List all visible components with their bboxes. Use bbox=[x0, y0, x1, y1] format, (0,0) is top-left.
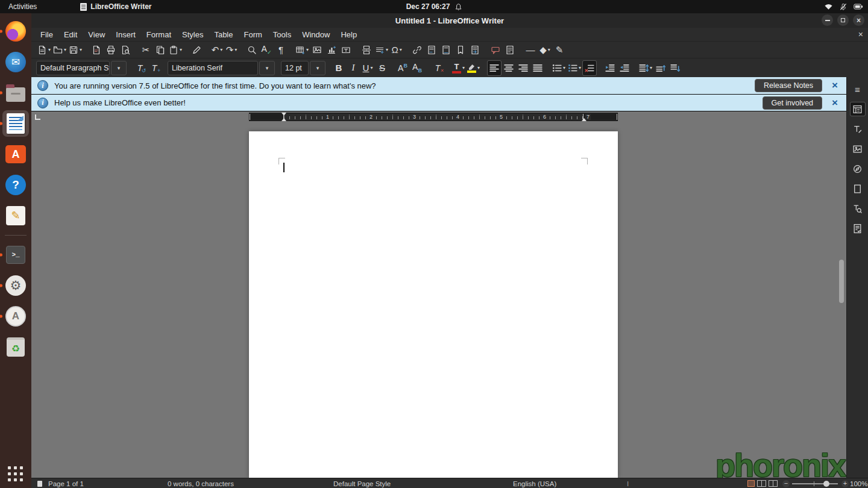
focused-app-menu[interactable]: LibreOffice Writer bbox=[80, 2, 151, 11]
open-button[interactable]: ▾ bbox=[52, 43, 68, 57]
dropdown-icon[interactable]: ▾ bbox=[370, 65, 373, 70]
paste-button[interactable]: ▾ bbox=[168, 43, 183, 57]
document-page[interactable] bbox=[249, 131, 618, 478]
new-style-button[interactable]: T+ bbox=[147, 60, 162, 76]
clone-formatting-button[interactable] bbox=[189, 43, 204, 57]
dock-item-text-editor[interactable]: ✎ bbox=[2, 202, 29, 229]
right-indent-marker[interactable] bbox=[582, 118, 587, 121]
dock-item-libreoffice-writer[interactable] bbox=[2, 110, 29, 137]
menu-form[interactable]: Form bbox=[238, 30, 267, 39]
paragraph-style-dropdown[interactable]: ▾ bbox=[111, 61, 127, 75]
book-view-button[interactable] bbox=[769, 480, 778, 487]
left-indent-marker[interactable] bbox=[281, 118, 286, 121]
dropdown-icon[interactable]: ▾ bbox=[400, 47, 402, 52]
basic-shapes-button[interactable]: ◆▾ bbox=[538, 43, 552, 57]
no-list-button[interactable] bbox=[582, 60, 597, 76]
close-infobar-icon[interactable]: × bbox=[828, 97, 841, 109]
dock-item-trash[interactable]: ♻ bbox=[2, 334, 29, 360]
dropdown-icon[interactable]: ▾ bbox=[180, 47, 182, 52]
highlight-color-button[interactable]: ▾ bbox=[466, 60, 481, 76]
dropdown-icon[interactable]: ▾ bbox=[306, 47, 309, 52]
redo-button[interactable]: ↷▾ bbox=[224, 43, 239, 57]
menu-table[interactable]: Table bbox=[209, 30, 238, 39]
special-character-button[interactable]: Ω▾ bbox=[389, 43, 404, 57]
close-document-icon[interactable]: × bbox=[858, 30, 863, 39]
dropdown-icon[interactable]: ▾ bbox=[386, 47, 388, 52]
formatting-marks-button[interactable]: ¶ bbox=[274, 43, 288, 57]
first-line-indent-marker[interactable] bbox=[281, 113, 286, 116]
find-replace-button[interactable] bbox=[245, 43, 259, 57]
single-page-view-button[interactable] bbox=[747, 480, 755, 487]
zoom-out-button[interactable]: − bbox=[782, 478, 790, 488]
system-tray[interactable] bbox=[824, 3, 863, 11]
decrease-indent-button[interactable] bbox=[617, 60, 632, 76]
dock-item-help[interactable]: ? bbox=[2, 172, 29, 198]
font-color-button[interactable]: T▾ bbox=[451, 60, 466, 76]
font-size-combo[interactable]: 12 pt bbox=[281, 61, 309, 75]
insert-field-button[interactable]: ▾ bbox=[374, 43, 389, 57]
sidebar-tab-properties[interactable] bbox=[850, 102, 866, 116]
dropdown-icon[interactable]: ▾ bbox=[563, 65, 565, 70]
maximize-button[interactable] bbox=[837, 14, 849, 26]
dropdown-icon[interactable]: ▾ bbox=[48, 47, 51, 52]
page-count[interactable]: Page 1 of 1 bbox=[48, 478, 84, 488]
export-pdf-button[interactable] bbox=[89, 43, 104, 57]
insert-textbox-button[interactable] bbox=[339, 43, 353, 57]
font-name-combo[interactable]: Liberation Serif bbox=[168, 61, 258, 75]
font-size-dropdown[interactable]: ▾ bbox=[310, 61, 326, 75]
insert-cross-reference-button[interactable] bbox=[468, 43, 482, 57]
update-style-button[interactable]: T↺ bbox=[133, 60, 147, 76]
print-button[interactable] bbox=[104, 43, 118, 57]
strikethrough-button[interactable]: S bbox=[375, 60, 389, 76]
vertical-scrollbar[interactable] bbox=[838, 115, 844, 478]
document-workspace[interactable]: 1 2 3 4 5 6 7 bbox=[31, 111, 846, 478]
horizontal-ruler[interactable]: 1 2 3 4 5 6 7 bbox=[249, 113, 618, 121]
track-changes-button[interactable] bbox=[503, 43, 517, 57]
zoom-slider-thumb[interactable] bbox=[823, 481, 829, 487]
dropdown-icon[interactable]: ▾ bbox=[220, 47, 222, 52]
dropdown-icon[interactable]: ▾ bbox=[548, 47, 550, 52]
undo-button[interactable]: ↶▾ bbox=[210, 43, 224, 57]
insert-footnote-button[interactable] bbox=[424, 43, 439, 57]
page-break-button[interactable] bbox=[359, 43, 374, 57]
menu-file[interactable]: File bbox=[35, 30, 58, 39]
align-center-button[interactable] bbox=[502, 60, 516, 76]
dock-item-ubuntu-software[interactable]: A bbox=[2, 141, 29, 167]
insert-chart-button[interactable] bbox=[324, 43, 339, 57]
justify-button[interactable] bbox=[530, 60, 545, 76]
get-involved-button[interactable]: Get involved bbox=[763, 96, 822, 110]
bullet-list-button[interactable]: ▾ bbox=[551, 60, 567, 76]
word-count[interactable]: 0 words, 0 characters bbox=[168, 478, 234, 488]
insert-comment-button[interactable] bbox=[488, 43, 503, 57]
insert-endnote-button[interactable] bbox=[439, 43, 453, 57]
dropdown-icon[interactable]: ▾ bbox=[234, 47, 237, 52]
show-draw-functions-button[interactable]: ✎ bbox=[552, 43, 567, 57]
zoom-level[interactable]: 100% bbox=[850, 478, 867, 488]
insert-bookmark-button[interactable] bbox=[453, 43, 468, 57]
dock-item-thunderbird[interactable]: ✉ bbox=[2, 49, 29, 75]
spelling-button[interactable]: A✓ bbox=[259, 43, 274, 57]
menu-edit[interactable]: Edit bbox=[58, 30, 83, 39]
dock-item-settings[interactable]: ⚙ bbox=[2, 272, 29, 299]
sidebar-settings-button[interactable]: ≡ bbox=[850, 82, 866, 96]
bold-button[interactable]: B bbox=[332, 60, 346, 76]
subscript-button[interactable]: AB bbox=[410, 60, 424, 76]
sidebar-tab-styles[interactable] bbox=[850, 122, 866, 136]
sidebar-tab-navigator[interactable] bbox=[850, 161, 866, 176]
sidebar-tab-style-inspector[interactable] bbox=[850, 201, 866, 216]
print-preview-button[interactable] bbox=[118, 43, 133, 57]
font-name-dropdown[interactable]: ▾ bbox=[259, 61, 275, 75]
decrease-paragraph-spacing-button[interactable] bbox=[668, 60, 682, 76]
multi-page-view-button[interactable] bbox=[757, 480, 766, 487]
sidebar-tab-page[interactable] bbox=[850, 181, 866, 196]
clock-menu[interactable]: Dec 27 06:27 bbox=[406, 2, 462, 11]
horizontal-line-button[interactable]: — bbox=[523, 43, 538, 57]
line-spacing-button[interactable]: ▾ bbox=[638, 60, 653, 76]
cut-button[interactable]: ✂ bbox=[139, 43, 153, 57]
dock-item-files[interactable] bbox=[2, 80, 29, 106]
insert-table-button[interactable]: ▾ bbox=[294, 43, 310, 57]
menu-view[interactable]: View bbox=[83, 30, 110, 39]
title-bar[interactable]: Untitled 1 - LibreOffice Writer × bbox=[31, 13, 868, 28]
page-style[interactable]: Default Page Style bbox=[333, 478, 391, 488]
insert-image-button[interactable] bbox=[310, 43, 324, 57]
